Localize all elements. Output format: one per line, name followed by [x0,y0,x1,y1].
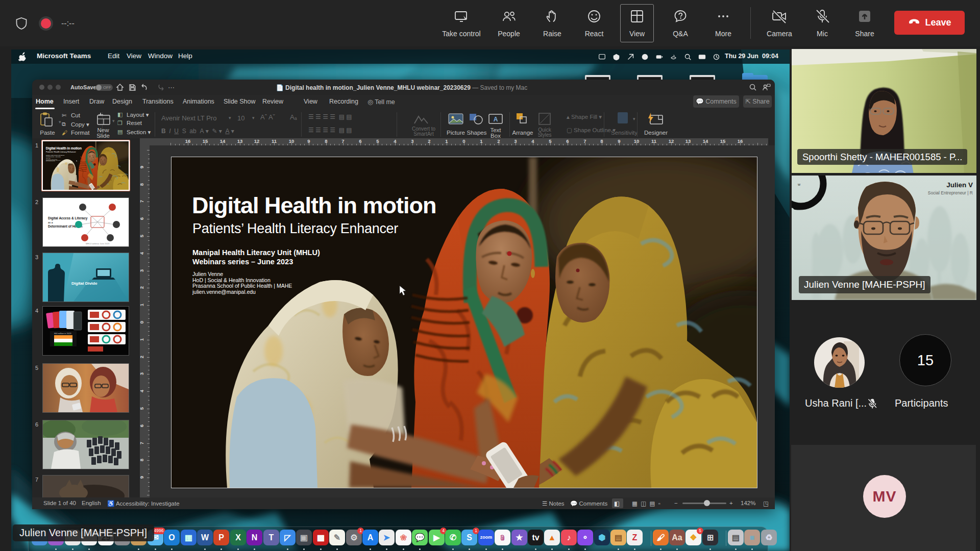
svg-text:Julien V: Julien V [946,181,973,189]
svg-text:as a: as a [48,221,53,224]
svg-text:A: A [494,116,498,123]
svg-text:Digital Access & Literacy: Digital Access & Literacy [48,216,88,220]
svg-text:w: w [797,183,801,186]
svg-text:Social Entrepreneur | R: Social Entrepreneur | R [928,190,973,195]
svg-text:660 million in 2023: 660 million in 2023 [54,332,71,335]
svg-text:Digital Divide: Digital Divide [71,281,97,286]
svg-text:MHLU webinar June 2023: MHLU webinar June 2023 [86,242,110,245]
